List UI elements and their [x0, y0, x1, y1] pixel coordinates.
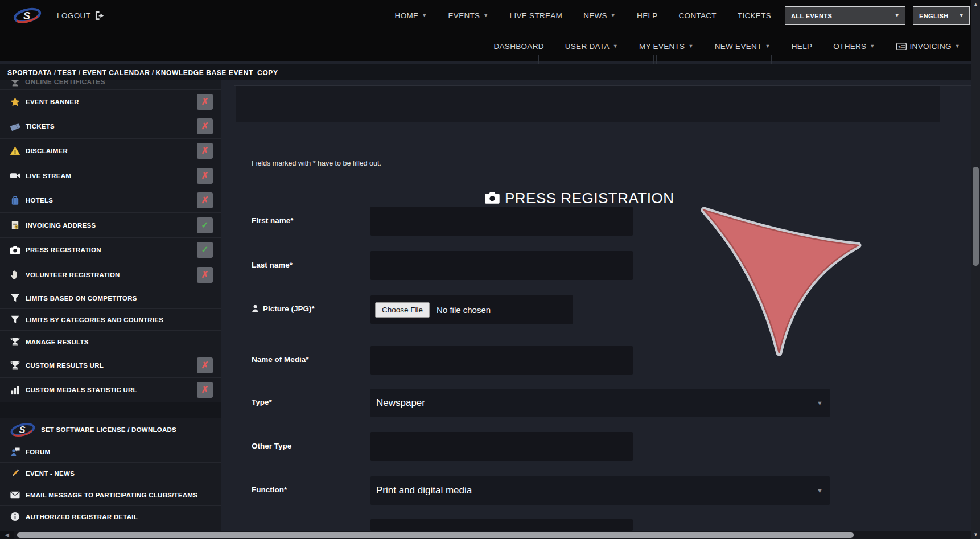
svg-text:S: S: [23, 10, 30, 22]
required-fields-note: Fields marked with * have to be filled o…: [252, 159, 381, 167]
nav-item-tickets[interactable]: TICKETS: [738, 11, 771, 20]
field-label-text: Name of Media*: [252, 355, 309, 364]
page-title: PRESS REGISTRATION: [505, 190, 674, 207]
sidebar-item-email-message-to-participating-clubs-teams[interactable]: EMAIL MESSAGE TO PARTICIPATING CLUBS/TEA…: [0, 484, 221, 505]
sidebar-item-event-banner[interactable]: EVENT BANNER✗: [0, 89, 221, 114]
chevron-down-icon: ▼: [422, 13, 427, 18]
sportdata-logo-icon[interactable]: S: [13, 6, 42, 25]
text-input-next-field[interactable]: [370, 519, 633, 531]
person-icon: [252, 305, 259, 313]
nav-item-user-data[interactable]: USER DATA▼: [565, 42, 618, 51]
sidebar-item-label: FORUM: [26, 449, 50, 455]
warning-icon: [10, 146, 20, 157]
sidebar-item-limits-based-on-competitors[interactable]: LIMITS BASED ON COMPETITORS: [0, 287, 221, 308]
field-label-picture-jpg: Picture (JPG)*: [252, 305, 315, 313]
nav-item-contact[interactable]: CONTACT: [679, 11, 717, 20]
horizontal-scrollbar[interactable]: ◀: [0, 531, 971, 539]
choose-file-button[interactable]: Choose File: [375, 302, 430, 318]
file-input-picture-jpg[interactable]: Choose FileNo file chosen: [370, 295, 573, 324]
nav-item-label: NEW EVENT: [715, 42, 762, 51]
vertical-scrollbar[interactable]: ▲ ▼: [971, 0, 980, 539]
remove-button[interactable]: ✗: [197, 357, 213, 373]
nav-item-new-event[interactable]: NEW EVENT▼: [715, 42, 771, 51]
sportdata-logo-icon: S: [10, 422, 36, 438]
chevron-down-icon: ▼: [895, 13, 900, 18]
nav-item-label: TICKETS: [738, 11, 771, 20]
sidebar-item-limits-by-categories-and-countries[interactable]: LIMITS BY CATEGORIES AND COUNTRIES: [0, 308, 221, 330]
text-input-name-of-media[interactable]: [370, 346, 633, 375]
breadcrumb-item-test[interactable]: TEST: [57, 69, 76, 77]
sidebar-item-volunteer-registration[interactable]: VOLUNTEER REGISTRATION✗: [0, 262, 221, 287]
sidebar-item-press-registration[interactable]: PRESS REGISTRATION✓: [0, 237, 221, 262]
text-input-other-type[interactable]: [370, 432, 633, 461]
vertical-scrollbar-thumb[interactable]: [973, 167, 979, 266]
enabled-check-button[interactable]: ✓: [197, 217, 213, 233]
field-label-function: Function*: [252, 485, 287, 494]
nav-item-events[interactable]: EVENTS▼: [448, 11, 489, 20]
field-label-name-of-media: Name of Media*: [252, 355, 309, 364]
sidebar-item-authorized-registrar-detail[interactable]: AUTHORIZED REGISTRAR DETAIL: [0, 505, 221, 527]
scroll-up-icon[interactable]: ▲: [971, 0, 980, 9]
logout-label: LOGOUT: [57, 11, 90, 20]
chevron-down-icon: ▼: [955, 44, 960, 49]
chevron-down-icon: ▼: [688, 44, 693, 49]
breadcrumb-separator: /: [52, 69, 57, 77]
panel-header: PRESS REGISTRATION: [236, 86, 940, 122]
nav-item-others[interactable]: OTHERS▼: [833, 42, 875, 51]
text-input-last-name[interactable]: [370, 251, 633, 280]
nav-item-news[interactable]: NEWS▼: [583, 11, 616, 20]
nav-item-help[interactable]: HELP: [637, 11, 657, 20]
nav-item-dashboard[interactable]: DASHBOARD: [494, 42, 544, 51]
breadcrumb-bar: SPORTDATA / TEST / EVENT CALENDAR / KNOW…: [0, 64, 971, 80]
sidebar-item-invoicing-address[interactable]: $INVOICING ADDRESS✓: [0, 212, 221, 237]
field-label-text: Other Type: [252, 442, 291, 450]
scroll-down-icon[interactable]: ▼: [971, 530, 980, 539]
sidebar-item-tickets[interactable]: TICKETS✗: [0, 114, 221, 138]
language-select[interactable]: ENGLISH ▼: [913, 6, 970, 25]
sidebar-item-custom-medals-statistic-url[interactable]: CUSTOM MEDALS STATISTIC URL✗: [0, 377, 221, 402]
remove-button[interactable]: ✗: [197, 382, 213, 398]
nav-item-home[interactable]: HOME▼: [395, 11, 427, 20]
nav-item-my-events[interactable]: MY EVENTS▼: [639, 42, 694, 51]
sidebar-item-forum[interactable]: FORUM: [0, 441, 221, 462]
scroll-left-icon[interactable]: ◀: [0, 531, 14, 539]
breadcrumb-item-knowledge-base-event-copy[interactable]: KNOWLEDGE BASE EVENT_COPY: [156, 69, 278, 77]
enabled-check-button[interactable]: ✓: [197, 242, 213, 258]
breadcrumb-separator: /: [150, 69, 155, 77]
breadcrumb-item-event-calendar[interactable]: EVENT CALENDAR: [82, 69, 150, 77]
logout-button[interactable]: LOGOUT: [57, 0, 105, 31]
sidebar-item-label: PRESS REGISTRATION: [26, 246, 101, 253]
main-content: [221, 80, 971, 531]
select-function[interactable]: Print and digital media▼: [370, 476, 830, 505]
remove-button[interactable]: ✗: [197, 267, 213, 283]
select-type[interactable]: Newspaper▼: [370, 389, 830, 417]
camera-icon: [484, 191, 500, 204]
remove-button[interactable]: ✗: [197, 94, 213, 110]
text-input-first-name[interactable]: [370, 207, 633, 236]
nav-item-help[interactable]: HELP: [792, 42, 812, 51]
invoice-doc-icon: $: [10, 220, 20, 231]
remove-button[interactable]: ✗: [197, 168, 213, 184]
remove-button[interactable]: ✗: [197, 143, 213, 159]
sidebar-item-label: DISCLAIMER: [26, 147, 68, 154]
sidebar-item-label: CUSTOM RESULTS URL: [26, 362, 104, 369]
sidebar-item-manage-results[interactable]: MANAGE RESULTS: [0, 330, 221, 353]
horizontal-scrollbar-thumb[interactable]: [17, 532, 854, 538]
field-label-text: First name*: [252, 216, 294, 225]
sidebar-item-set-software-license-downloads[interactable]: SSET SOFTWARE LICENSE / DOWNLOADS: [0, 418, 221, 441]
nav-item-live-stream[interactable]: LIVE STREAM: [510, 11, 563, 20]
nav-item-label: HELP: [637, 11, 657, 20]
breadcrumb-item-sportdata[interactable]: SPORTDATA: [7, 69, 52, 77]
sidebar-item-custom-results-url[interactable]: CUSTOM RESULTS URL✗: [0, 353, 221, 377]
remove-button[interactable]: ✗: [197, 118, 213, 134]
breadcrumb: SPORTDATA / TEST / EVENT CALENDAR / KNOW…: [7, 67, 278, 77]
star-icon: [10, 97, 20, 108]
remove-button[interactable]: ✗: [197, 192, 213, 208]
sidebar-item-event-news[interactable]: EVENT - NEWS: [0, 462, 221, 484]
nav-item-label: OTHERS: [833, 42, 866, 51]
nav-item-invoicing[interactable]: sINVOICING▼: [896, 42, 960, 51]
sidebar-item-disclaimer[interactable]: DISCLAIMER✗: [0, 138, 221, 163]
sidebar-item-hotels[interactable]: HOTELS✗: [0, 188, 221, 212]
sidebar-item-live-stream[interactable]: LIVE STREAM✗: [0, 163, 221, 188]
event-filter-select[interactable]: ALL EVENTS ▼: [785, 6, 905, 25]
